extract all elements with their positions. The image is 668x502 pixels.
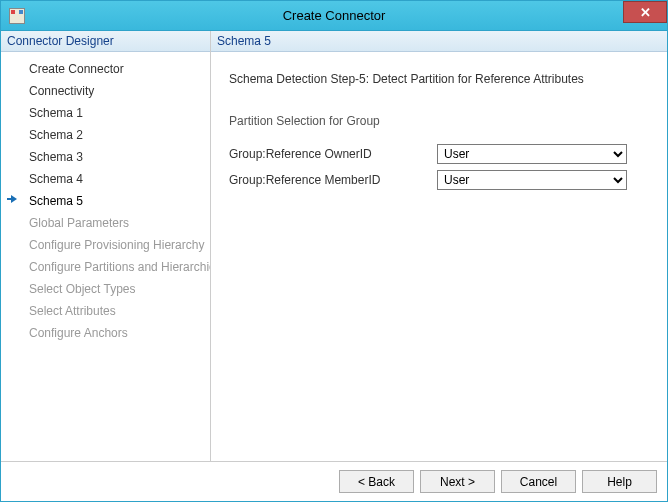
partition-select-wrap: User	[437, 170, 627, 190]
main-body: Schema Detection Step-5: Detect Partitio…	[211, 52, 667, 461]
content-area: Connector Designer Create ConnectorConne…	[1, 31, 667, 461]
nav-item-label: Connectivity	[29, 84, 94, 98]
nav-item-label: Global Parameters	[29, 216, 129, 230]
nav-item[interactable]: Schema 5	[3, 190, 208, 212]
nav-item: Configure Anchors	[3, 322, 208, 344]
step-description: Schema Detection Step-5: Detect Partitio…	[229, 72, 649, 86]
cancel-button[interactable]: Cancel	[501, 470, 576, 493]
back-button[interactable]: < Back	[339, 470, 414, 493]
close-icon: ✕	[640, 5, 651, 20]
sidebar-header: Connector Designer	[1, 31, 210, 52]
nav-item[interactable]: Schema 1	[3, 102, 208, 124]
nav-item[interactable]: Schema 3	[3, 146, 208, 168]
window-title: Create Connector	[1, 8, 667, 23]
nav-item: Configure Provisioning Hierarchy	[3, 234, 208, 256]
nav-item-label: Configure Provisioning Hierarchy	[29, 238, 204, 252]
sidebar: Connector Designer Create ConnectorConne…	[1, 31, 211, 461]
nav-item-label: Schema 1	[29, 106, 83, 120]
nav-item[interactable]: Connectivity	[3, 80, 208, 102]
nav-item: Select Object Types	[3, 278, 208, 300]
form-rows: Group:Reference OwnerIDUserGroup:Referen…	[229, 144, 649, 190]
nav-item-label: Configure Anchors	[29, 326, 128, 340]
next-button[interactable]: Next >	[420, 470, 495, 493]
app-icon	[9, 8, 25, 24]
nav-item-label: Select Attributes	[29, 304, 116, 318]
nav-item: Select Attributes	[3, 300, 208, 322]
help-button[interactable]: Help	[582, 470, 657, 493]
nav-item-label: Configure Partitions and Hierarchies	[29, 260, 210, 274]
nav-item-label: Schema 3	[29, 150, 83, 164]
main-header: Schema 5	[211, 31, 667, 52]
section-title: Partition Selection for Group	[229, 114, 649, 128]
form-label: Group:Reference OwnerID	[229, 147, 437, 161]
nav-item[interactable]: Create Connector	[3, 58, 208, 80]
wizard-window: Create Connector ✕ Connector Designer Cr…	[0, 0, 668, 502]
nav-list: Create ConnectorConnectivitySchema 1Sche…	[1, 52, 210, 461]
form-row: Group:Reference OwnerIDUser	[229, 144, 649, 164]
nav-item: Global Parameters	[3, 212, 208, 234]
main-panel: Schema 5 Schema Detection Step-5: Detect…	[211, 31, 667, 461]
nav-item[interactable]: Schema 4	[3, 168, 208, 190]
nav-item-label: Schema 4	[29, 172, 83, 186]
partition-select[interactable]: User	[437, 170, 627, 190]
form-row: Group:Reference MemberIDUser	[229, 170, 649, 190]
partition-select[interactable]: User	[437, 144, 627, 164]
close-button[interactable]: ✕	[623, 1, 667, 23]
nav-item-label: Create Connector	[29, 62, 124, 76]
form-label: Group:Reference MemberID	[229, 173, 437, 187]
footer: < Back Next > Cancel Help	[1, 461, 667, 501]
partition-select-wrap: User	[437, 144, 627, 164]
nav-item[interactable]: Schema 2	[3, 124, 208, 146]
nav-item: Configure Partitions and Hierarchies	[3, 256, 208, 278]
nav-item-label: Schema 5	[29, 194, 83, 208]
nav-item-label: Select Object Types	[29, 282, 136, 296]
titlebar: Create Connector ✕	[1, 1, 667, 31]
nav-item-label: Schema 2	[29, 128, 83, 142]
